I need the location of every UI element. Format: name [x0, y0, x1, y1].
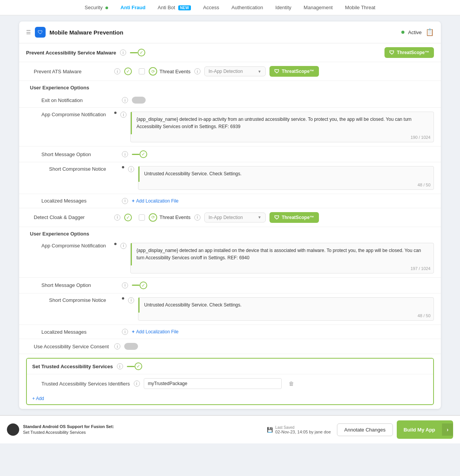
detect-cloak-info[interactable]: i	[114, 214, 120, 221]
short-message-info-2[interactable]: i	[122, 282, 128, 288]
threat-events-info-2[interactable]: i	[194, 214, 200, 221]
app-compromise-row-1: App Compromise Notification i {app_displ…	[19, 108, 441, 147]
prevent-ats-checkbox[interactable]	[139, 68, 145, 74]
short-message-toggle-2[interactable]: ✓	[132, 282, 147, 289]
exit-notification-toggle[interactable]	[132, 97, 146, 104]
localized-messages-label-2: Localized Messages	[41, 329, 118, 335]
dropdown-arrow-2: ▼	[258, 215, 261, 219]
collapse-icon[interactable]: ☰	[26, 29, 31, 35]
footer-avatar	[7, 423, 19, 436]
status-dot	[401, 31, 404, 34]
trusted-identifiers-info[interactable]: i	[134, 380, 140, 387]
short-compromise-textbox-1[interactable]: Untrusted Accessibility Service. Check S…	[138, 166, 434, 189]
localized-messages-row-1: Localized Messages i Add Localization Fi…	[19, 194, 441, 208]
app-compromise-info-2[interactable]: i	[120, 243, 127, 249]
short-compromise-info-1[interactable]: i	[128, 166, 134, 172]
add-localization-link-1[interactable]: Add Localization File	[132, 198, 179, 204]
footer-left: Standard Android OS Support for Fusion S…	[7, 423, 261, 436]
prevent-ats-toggle[interactable]: ✓	[124, 68, 132, 75]
accessibility-consent-toggle[interactable]	[124, 343, 138, 350]
footer-save-info: 💾 Last Saved 02-Nov-23, 14:05 by jane do…	[267, 425, 331, 434]
status-label: Active	[408, 30, 422, 35]
detect-cloak-toggle[interactable]: ✓	[124, 214, 132, 221]
trusted-package-input[interactable]	[144, 378, 282, 389]
short-message-info-1[interactable]: i	[122, 151, 128, 157]
prevent-ats-row: Prevent ATS Malware i ✓ ⟳ Threat Events …	[19, 62, 441, 81]
nav-management[interactable]: Management	[304, 5, 333, 10]
short-compromise-row-2: Short Compromise Notice i Untrusted Acce…	[19, 293, 441, 325]
threat-events-1[interactable]: ⟳ Threat Events	[149, 67, 191, 76]
app-compromise-count-1: 190 / 1024	[131, 134, 434, 142]
security-status-dot	[105, 7, 108, 9]
build-button-arrow-icon[interactable]: ›	[442, 423, 453, 436]
prevent-ats-info[interactable]: i	[114, 68, 120, 74]
short-compromise-row-1: Short Compromise Notice i Untrusted Acce…	[19, 162, 441, 194]
exit-notification-info[interactable]: i	[122, 97, 128, 103]
detect-cloak-row: Detect Cloak & Dagger i ✓ ⟳ Threat Event…	[19, 208, 441, 227]
localized-messages-info-1[interactable]: i	[122, 198, 128, 204]
short-message-row-1: Short Message Option i ✓	[19, 147, 441, 162]
nav-mobilethreat[interactable]: Mobile Threat	[345, 5, 375, 10]
trusted-section: Set Trusted Accessibility Services i ✓ T…	[26, 358, 434, 405]
prevent-accessibility-info[interactable]: i	[120, 49, 126, 56]
build-button-label: Build My App	[397, 424, 442, 436]
short-compromise-label-2: Short Compromise Notice	[49, 297, 118, 303]
in-app-detection-dropdown-2[interactable]: In-App Detection ▼	[204, 212, 266, 222]
shield-icon: 🛡	[35, 27, 46, 38]
app-compromise-text-1: {app_display_name} detected in-app activ…	[131, 112, 434, 134]
app-compromise-label-2: App Compromise Notification	[41, 243, 110, 249]
threatscope-icon-1: 🛡	[389, 49, 394, 56]
app-compromise-textbox-2[interactable]: {app_display_name} detected an app insta…	[130, 243, 434, 273]
trusted-identifiers-row: Trusted Accessibility Services Identifie…	[27, 374, 433, 393]
nav-authentication[interactable]: Authentication	[232, 5, 263, 10]
add-localization-link-2[interactable]: Add Localization File	[132, 329, 179, 334]
build-button[interactable]: Build My App ›	[397, 420, 453, 439]
nav-antifraud[interactable]: Anti Fraud	[120, 5, 145, 10]
threatscope-button-2[interactable]: 🛡 ThreatScope™	[269, 66, 319, 77]
notes-button[interactable]: 📋	[426, 28, 434, 36]
threat-events-icon-2: ⟳	[149, 213, 157, 222]
detect-cloak-label: Detect Cloak & Dagger	[34, 214, 110, 220]
threat-events-info-1[interactable]: i	[194, 68, 200, 74]
app-compromise-row-2: App Compromise Notification i {app_displ…	[19, 239, 441, 278]
nav-security[interactable]: Security	[85, 5, 108, 10]
toggle-check-icon: ✓	[138, 49, 145, 56]
nav-identity[interactable]: Identity	[275, 5, 291, 10]
detect-cloak-checkbox[interactable]	[139, 214, 145, 221]
add-package-button[interactable]: + Add	[27, 393, 433, 404]
threatscope-icon-3: 🛡	[274, 214, 279, 221]
nav-access[interactable]: Access	[203, 5, 219, 10]
localized-messages-label-1: Localized Messages	[41, 198, 118, 204]
short-message-toggle-1[interactable]: ✓	[132, 150, 147, 158]
threat-events-2[interactable]: ⟳ Threat Events	[149, 213, 191, 222]
top-nav: Security Anti Fraud Anti Bot NEW Access …	[0, 0, 460, 15]
accessibility-consent-label: Use Accessibility Service Consent	[34, 344, 110, 349]
app-compromise-info-1[interactable]: i	[120, 112, 127, 118]
short-message-label-2: Short Message Option	[41, 282, 118, 288]
short-compromise-text-2: Untrusted Accessibility Service. Check S…	[138, 298, 434, 313]
exit-notification-label: Exit on Notification	[41, 97, 118, 103]
short-compromise-info-2[interactable]: i	[128, 297, 134, 303]
localized-messages-info-2[interactable]: i	[122, 329, 128, 335]
in-app-detection-dropdown-1[interactable]: In-App Detection ▼	[204, 66, 266, 76]
prevent-accessibility-toggle[interactable]: ✓	[130, 49, 145, 56]
save-icon: 💾	[267, 427, 273, 433]
short-compromise-textbox-2[interactable]: Untrusted Accessibility Service. Check S…	[138, 297, 434, 321]
nav-antibot[interactable]: Anti Bot NEW	[158, 5, 191, 10]
trusted-info[interactable]: i	[117, 363, 123, 369]
threat-events-icon-1: ⟳	[149, 67, 157, 76]
delete-package-icon[interactable]: 🗑	[289, 380, 294, 387]
threatscope-button-3[interactable]: 🛡 ThreatScope™	[269, 212, 319, 223]
localized-messages-row-2: Localized Messages i Add Localization Fi…	[19, 325, 441, 339]
accessibility-consent-info[interactable]: i	[114, 343, 120, 349]
threatscope-icon-2: 🛡	[274, 68, 279, 74]
threatscope-button-1[interactable]: 🛡 ThreatScope™	[384, 47, 434, 58]
app-compromise-textbox-1[interactable]: {app_display_name} detected in-app activ…	[130, 112, 434, 142]
dropdown-arrow-1: ▼	[258, 69, 261, 74]
short-message-label-1: Short Message Option	[41, 152, 118, 157]
trusted-toggle[interactable]: ✓	[127, 362, 142, 370]
app-compromise-label-1: App Compromise Notification	[41, 112, 110, 117]
bullet-dot-2	[122, 166, 124, 168]
new-badge: NEW	[178, 5, 191, 10]
annotate-button[interactable]: Annotate Changes	[337, 423, 393, 436]
